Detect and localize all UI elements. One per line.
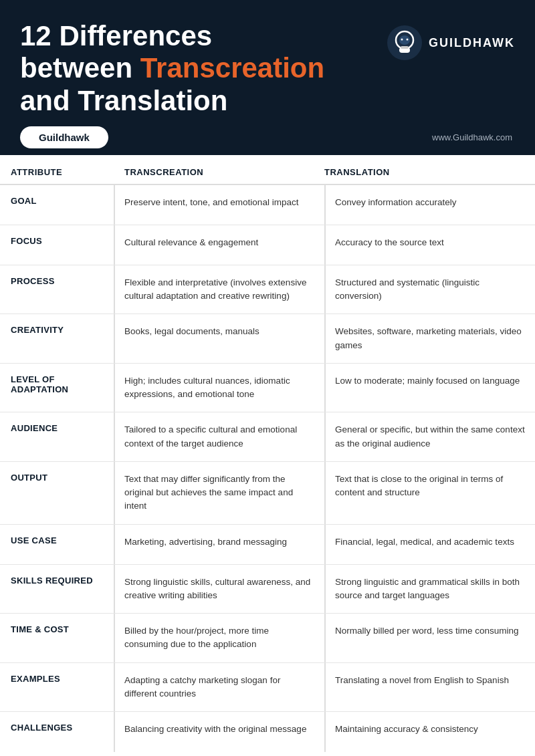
title-accent: Transcreation xyxy=(140,52,324,84)
table-header: ATTRIBUTE TRANSCREATION TRANSLATION xyxy=(0,155,535,185)
attr-cell: LEVEL OF ADAPTATION xyxy=(0,364,114,412)
attr-cell: PROCESS xyxy=(0,265,114,314)
transcreation-cell: Text that may differ significantly from … xyxy=(114,462,324,524)
translation-cell: Convey information accurately xyxy=(324,185,535,225)
translation-cell: Strong linguistic and grammatical skills… xyxy=(324,565,535,614)
transcreation-cell: Flexible and interpretative (involves ex… xyxy=(114,265,324,314)
attr-cell: TIME & COST xyxy=(0,614,114,662)
svg-rect-4 xyxy=(401,46,409,49)
attr-cell: CHALLENGES xyxy=(0,712,114,752)
svg-point-5 xyxy=(401,39,403,41)
logo-text: GUILDHAWK xyxy=(429,36,515,50)
translation-cell: Normally billed per word, less time cons… xyxy=(324,614,535,662)
svg-point-6 xyxy=(407,39,409,41)
transcreation-cell: Billed by the hour/project, more time co… xyxy=(114,614,324,662)
header-bottom: Guildhawk www.Guildhawk.com xyxy=(20,117,515,155)
attr-cell: SKILLS REQUIRED xyxy=(0,565,114,614)
table-row: OUTPUT Text that may differ significantl… xyxy=(0,462,535,525)
pill-label: Guildhawk xyxy=(20,126,108,148)
table-row: PROCESS Flexible and interpretative (inv… xyxy=(0,265,535,315)
translation-cell: Low to moderate; mainly focused on langu… xyxy=(324,364,535,412)
transcreation-cell: Preserve intent, tone, and emotional imp… xyxy=(114,185,324,225)
transcreation-cell: High; includes cultural nuances, idiomat… xyxy=(114,364,324,412)
translation-cell: Maintaining accuracy & consistency xyxy=(324,712,535,752)
table-row: EXAMPLES Adapting a catchy marketing slo… xyxy=(0,663,535,713)
transcreation-cell: Balancing creativity with the original m… xyxy=(114,712,324,752)
header: 12 Differences between Transcreation and… xyxy=(0,0,535,155)
table-row: LEVEL OF ADAPTATION High; includes cultu… xyxy=(0,364,535,413)
attr-cell: USE CASE xyxy=(0,525,114,564)
svg-point-2 xyxy=(399,35,410,45)
logo-area: GUILDHAWK xyxy=(387,25,515,60)
transcreation-cell: Cultural relevance & engagement xyxy=(114,225,324,265)
translation-cell: Structured and systematic (linguistic co… xyxy=(324,265,535,314)
translation-cell: Text that is close to the original in te… xyxy=(324,462,535,524)
title-line1: 12 Differences xyxy=(20,20,212,51)
attr-cell: OUTPUT xyxy=(0,462,114,524)
translation-cell: Translating a novel from English to Span… xyxy=(324,663,535,712)
transcreation-cell: Adapting a catchy marketing slogan for d… xyxy=(114,663,324,712)
attr-cell: AUDIENCE xyxy=(0,412,114,461)
col-trans-header: TRANSCREATION xyxy=(124,167,324,177)
header-top: 12 Differences between Transcreation and… xyxy=(20,20,515,117)
translation-cell: Financial, legal, medical, and academic … xyxy=(324,525,535,564)
transcreation-cell: Marketing, advertising, brand messaging xyxy=(114,525,324,564)
header-title: 12 Differences between Transcreation and… xyxy=(20,20,324,117)
table-row: FOCUS Cultural relevance & engagement Ac… xyxy=(0,225,535,265)
table-row: USE CASE Marketing, advertising, brand m… xyxy=(0,525,535,565)
table-row: CREATIVITY Books, legal documents, manua… xyxy=(0,314,535,364)
transcreation-cell: Books, legal documents, manuals xyxy=(114,314,324,363)
title-line2: between xyxy=(20,52,140,84)
attr-cell: FOCUS xyxy=(0,225,114,265)
attr-cell: EXAMPLES xyxy=(0,663,114,712)
col-transl-header: TRANSLATION xyxy=(324,167,524,177)
table-row: GOAL Preserve intent, tone, and emotiona… xyxy=(0,185,535,225)
guildhawk-logo-icon xyxy=(387,25,422,60)
translation-cell: Accuracy to the source text xyxy=(324,225,535,265)
translation-cell: Websites, software, marketing materials,… xyxy=(324,314,535,363)
translation-cell: General or specific, but within the same… xyxy=(324,412,535,461)
col-attr-header: ATTRIBUTE xyxy=(11,167,124,177)
attr-cell: CREATIVITY xyxy=(0,314,114,363)
attr-cell: GOAL xyxy=(0,185,114,225)
table-row: AUDIENCE Tailored to a specific cultural… xyxy=(0,412,535,462)
table-row: CHALLENGES Balancing creativity with the… xyxy=(0,712,535,752)
transcreation-cell: Strong linguistic skills, cultural aware… xyxy=(114,565,324,614)
table-row: SKILLS REQUIRED Strong linguistic skills… xyxy=(0,565,535,614)
transcreation-cell: Tailored to a specific cultural and emot… xyxy=(114,412,324,461)
table-area: ATTRIBUTE TRANSCREATION TRANSLATION GOAL… xyxy=(0,155,535,752)
website-url: www.Guildhawk.com xyxy=(432,132,515,142)
table-body: GOAL Preserve intent, tone, and emotiona… xyxy=(0,185,535,752)
table-row: TIME & COST Billed by the hour/project, … xyxy=(0,614,535,663)
title-line3: and Translation xyxy=(20,85,227,116)
